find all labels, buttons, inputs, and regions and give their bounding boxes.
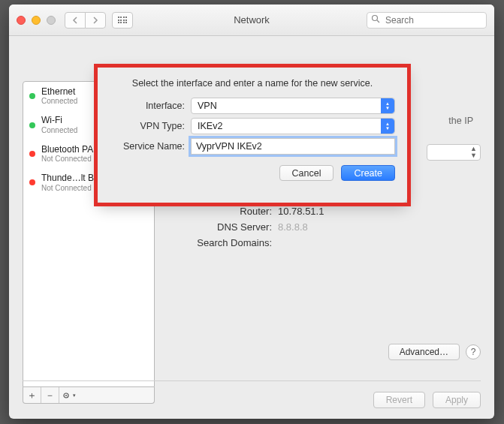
- bottom-buttons: Revert Apply: [373, 392, 481, 408]
- search-domains-label: Search Domains:: [164, 237, 278, 248]
- forward-button[interactable]: [85, 12, 106, 29]
- interface-value: VPN: [192, 101, 217, 111]
- new-service-sheet-wrap: Select the interface and enter a name fo…: [98, 68, 407, 203]
- cancel-button[interactable]: Cancel: [279, 165, 334, 181]
- status-dot-icon: [29, 122, 35, 128]
- service-name-label: Service Name:: [110, 141, 191, 152]
- service-status: Not Connected: [41, 155, 102, 164]
- vpn-type-label: VPN Type:: [110, 121, 191, 131]
- select-arrows-icon: [381, 119, 394, 134]
- status-dot-icon: [29, 93, 35, 99]
- minimize-button[interactable]: [32, 16, 41, 25]
- back-button[interactable]: [65, 12, 86, 29]
- titlebar: Network: [9, 5, 494, 36]
- service-name: Bluetooth PA…: [41, 144, 102, 155]
- sidebar-footer: ＋ － ▾: [23, 387, 155, 404]
- search-field-wrap: [367, 12, 487, 29]
- interface-select[interactable]: VPN: [191, 98, 395, 114]
- service-action-menu[interactable]: ▾: [59, 387, 77, 403]
- traffic-lights: [9, 16, 56, 25]
- service-status: Connected: [41, 126, 77, 135]
- dns-value: 8.8.8.8: [278, 221, 308, 233]
- router-value: 10.78.51.1: [278, 206, 324, 217]
- add-service-button[interactable]: ＋: [23, 387, 41, 403]
- new-service-sheet: Select the interface and enter a name fo…: [98, 68, 407, 203]
- remove-service-button[interactable]: －: [41, 387, 59, 403]
- sheet-title: Select the interface and enter a name fo…: [110, 78, 395, 89]
- close-button[interactable]: [17, 16, 26, 25]
- revert-button[interactable]: Revert: [373, 392, 425, 408]
- search-input[interactable]: [367, 12, 487, 29]
- partial-text: the IP: [448, 116, 473, 126]
- status-dot-icon: [29, 151, 35, 157]
- show-all-button[interactable]: [112, 12, 133, 29]
- content-area: Ethernet Connected Wi-Fi Connected Bluet…: [9, 36, 494, 419]
- help-button[interactable]: ?: [466, 344, 481, 359]
- advanced-row: Advanced… ?: [388, 344, 481, 360]
- service-name: Ethernet: [41, 86, 77, 97]
- svg-point-3: [65, 395, 67, 396]
- router-label: Router:: [164, 206, 278, 217]
- interface-label: Interface:: [110, 101, 191, 111]
- nav-buttons: [65, 12, 106, 29]
- advanced-button[interactable]: Advanced…: [388, 344, 460, 360]
- service-name-input[interactable]: [191, 138, 395, 155]
- dns-label: DNS Server:: [164, 221, 278, 233]
- vpn-type-value: IKEv2: [192, 121, 222, 131]
- divider: [23, 380, 481, 381]
- service-status: Connected: [41, 97, 77, 106]
- vpn-type-select[interactable]: IKEv2: [191, 118, 395, 134]
- config-select[interactable]: ▲▼: [427, 144, 481, 161]
- zoom-button[interactable]: [47, 16, 56, 25]
- status-dot-icon: [29, 179, 35, 185]
- apply-button[interactable]: Apply: [433, 392, 481, 408]
- create-button[interactable]: Create: [341, 165, 395, 181]
- network-prefs-window: Network Ethernet Connected Wi-Fi Connect…: [9, 5, 494, 419]
- service-name: Wi-Fi: [41, 115, 77, 125]
- select-arrows-icon: [381, 98, 394, 113]
